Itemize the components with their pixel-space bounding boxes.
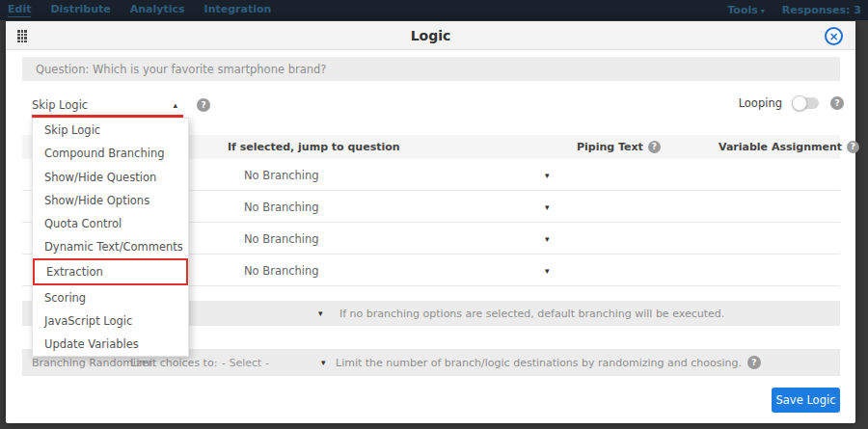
chevron-down-icon: ▾ xyxy=(761,7,765,15)
main-nav: Edit Distribute Analytics Integration xyxy=(0,3,271,17)
menu-item-dynamic-text-comments[interactable]: Dynamic Text/Comments xyxy=(33,235,188,258)
default-branching-note: If no branching options are selected, de… xyxy=(339,301,724,326)
menu-item-quota-control[interactable]: Quota Control xyxy=(33,212,188,235)
looping-label: Looping xyxy=(739,96,782,110)
column-header-variable: Variable Assignment ? xyxy=(719,135,859,159)
menu-item-skip-logic[interactable]: Skip Logic xyxy=(33,119,188,142)
branching-select-value[interactable]: No Branching xyxy=(244,255,319,286)
nav-tab-distribute[interactable]: Distribute xyxy=(50,3,110,17)
chevron-down-icon[interactable]: ▾ xyxy=(545,159,550,191)
chevron-down-icon[interactable]: ▾ xyxy=(321,349,326,376)
logic-type-help-icon[interactable]: ? xyxy=(197,98,210,112)
looping-control: Looping ? xyxy=(739,96,844,110)
menu-item-update-variables[interactable]: Update Variables xyxy=(33,333,188,356)
branching-select-value[interactable]: No Branching xyxy=(244,159,319,191)
menu-item-javascript-logic[interactable]: JavaScript Logic xyxy=(33,309,188,333)
column-header-jump: If selected, jump to question xyxy=(228,135,400,159)
chevron-up-icon: ▴ xyxy=(173,100,177,110)
topbar-right: Tools▾ Responses: 3 xyxy=(727,4,868,17)
logic-type-select[interactable]: Skip Logic ▴ xyxy=(32,95,183,114)
save-logic-button[interactable]: Save Logic xyxy=(772,388,840,413)
modal-title: Logic xyxy=(6,28,855,43)
piping-help-icon[interactable]: ? xyxy=(648,141,661,153)
randomizer-note: Limit the number of branch/logic destina… xyxy=(336,349,761,376)
randomizer-help-icon[interactable]: ? xyxy=(747,356,761,369)
menu-item-show-hide-options[interactable]: Show/Hide Options xyxy=(33,189,188,212)
branching-select-value[interactable]: No Branching xyxy=(244,223,319,255)
logic-modal: Logic × Question: Which is your favorite… xyxy=(6,21,855,423)
column-header-piping: Piping Text ? xyxy=(577,135,661,159)
looping-help-icon[interactable]: ? xyxy=(830,96,844,110)
close-icon[interactable]: × xyxy=(825,27,843,45)
responses-count[interactable]: Responses: 3 xyxy=(782,4,861,16)
logic-type-value: Skip Logic xyxy=(32,98,88,112)
tools-menu-button[interactable]: Tools▾ xyxy=(727,4,765,17)
logic-type-dropdown-menu: Skip Logic Compound Branching Show/Hide … xyxy=(32,118,189,357)
menu-item-scoring[interactable]: Scoring xyxy=(33,285,188,308)
question-label-bar: Question: Which is your favorite smartph… xyxy=(22,57,840,81)
nav-tab-integration[interactable]: Integration xyxy=(204,3,272,17)
top-navigation-bar: Edit Distribute Analytics Integration To… xyxy=(0,0,868,20)
nav-tab-edit[interactable]: Edit xyxy=(8,3,31,17)
question-text: Question: Which is your favorite smartph… xyxy=(36,63,326,76)
chevron-down-icon[interactable]: ▾ xyxy=(545,255,550,286)
chevron-down-icon[interactable]: ▾ xyxy=(545,191,550,223)
modal-header: Logic × xyxy=(6,21,855,50)
menu-item-compound-branching[interactable]: Compound Branching xyxy=(33,142,188,165)
variable-help-icon[interactable]: ? xyxy=(847,141,859,153)
chevron-down-icon[interactable]: ▾ xyxy=(318,301,323,326)
toggle-knob xyxy=(792,95,807,111)
drag-handle-icon[interactable] xyxy=(17,30,27,42)
menu-item-extraction[interactable]: Extraction xyxy=(33,258,188,285)
chevron-down-icon[interactable]: ▾ xyxy=(545,223,550,255)
nav-tab-analytics[interactable]: Analytics xyxy=(130,3,185,17)
limit-choices-select[interactable]: - Select - xyxy=(222,349,269,376)
looping-toggle[interactable] xyxy=(794,97,819,109)
menu-item-show-hide-question[interactable]: Show/Hide Question xyxy=(33,165,188,188)
branching-select-value[interactable]: No Branching xyxy=(244,191,319,223)
